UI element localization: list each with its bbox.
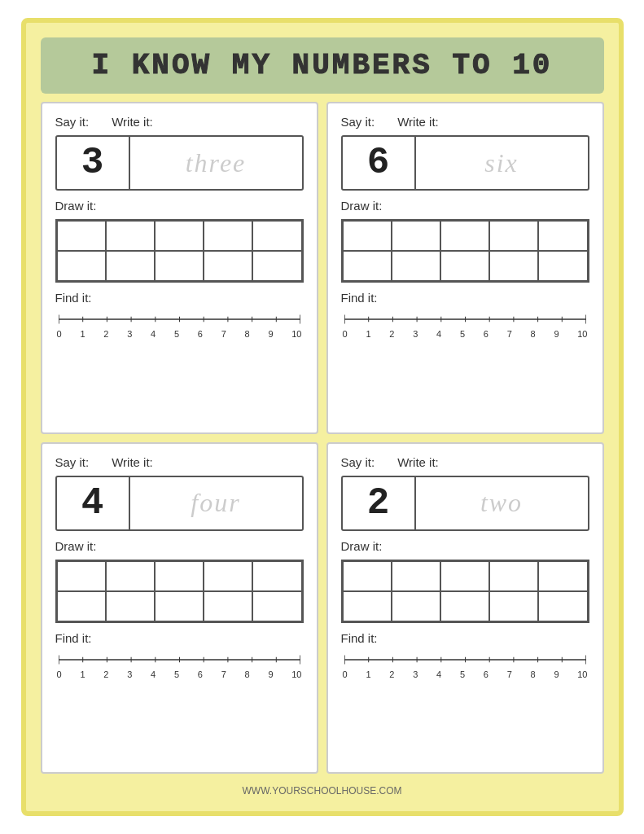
write-cell-4[interactable]: four [130, 477, 302, 529]
write-cell-6[interactable]: six [416, 137, 588, 189]
footer: WWW.YOURSCHOOLHOUSE.COM [41, 782, 604, 797]
number-line-labels-6: 012345678910 [341, 329, 589, 339]
write-label-4: Write it: [112, 455, 153, 469]
frame-cell [538, 221, 587, 251]
card-2: Say it: Write it: 2 two Draw it: Find i [326, 442, 604, 775]
frame-cell [392, 561, 440, 591]
number-line-4: 012345678910 [55, 652, 304, 679]
frame-cell [252, 221, 301, 251]
write-cell-3[interactable]: three [130, 137, 302, 189]
say-label-3: Say it: [55, 115, 90, 129]
say-label-4: Say it: [55, 455, 90, 469]
number-line-labels-2: 012345678910 [341, 669, 589, 679]
frame-cell [392, 591, 440, 621]
ten-frame-2 [341, 560, 589, 623]
number-line-svg-6 [344, 311, 586, 327]
worksheet-page: I KNOW MY NUMBERS TO 10 Say it: Write it… [21, 18, 624, 816]
frame-cell [538, 561, 587, 591]
frame-cell [252, 251, 301, 281]
frame-cell [106, 221, 155, 251]
draw-label-3: Draw it: [55, 199, 304, 213]
number-write-box-4: 4 four [55, 476, 304, 531]
find-label-6: Find it: [341, 291, 589, 305]
frame-cell [155, 251, 204, 281]
frame-cell [57, 561, 106, 591]
find-label-2: Find it: [341, 631, 589, 645]
cards-grid: Say it: Write it: 3 three Draw it: Find [41, 102, 604, 774]
card-6: Say it: Write it: 6 six Draw it: Find i [326, 102, 604, 434]
frame-cell [155, 561, 204, 591]
draw-label-4: Draw it: [55, 539, 304, 553]
number-write-box-3: 3 three [55, 135, 304, 191]
frame-cell [489, 591, 538, 621]
frame-cell [440, 221, 489, 251]
number-display-3: 3 [57, 137, 130, 189]
frame-cell [440, 251, 489, 281]
number-line-svg-3 [59, 311, 300, 327]
card-3: Say it: Write it: 3 three Draw it: Find [41, 102, 318, 434]
frame-cell [204, 251, 252, 281]
frame-cell [204, 561, 252, 591]
frame-cell [343, 221, 392, 251]
frame-cell [252, 561, 301, 591]
frame-cell [538, 251, 587, 281]
frame-cell [489, 251, 538, 281]
frame-cell [155, 591, 204, 621]
ten-frame-3 [55, 219, 304, 283]
number-line-labels-4: 012345678910 [55, 669, 304, 679]
number-line-2: 012345678910 [341, 652, 589, 679]
find-label-3: Find it: [55, 291, 304, 305]
frame-cell [155, 221, 204, 251]
say-write-row-2: Say it: Write it: [341, 455, 589, 469]
frame-cell [392, 221, 440, 251]
number-display-6: 6 [343, 137, 416, 189]
frame-cell [57, 251, 106, 281]
number-line-labels-3: 012345678910 [55, 329, 304, 339]
number-display-4: 4 [57, 477, 130, 529]
ten-frame-4 [55, 560, 304, 623]
draw-label-6: Draw it: [341, 199, 589, 213]
frame-cell [440, 591, 489, 621]
page-title: I KNOW MY NUMBERS TO 10 [49, 49, 596, 82]
number-write-box-6: 6 six [341, 135, 589, 191]
number-line-svg-4 [59, 652, 300, 668]
write-label-6: Write it: [397, 115, 439, 129]
frame-cell [489, 221, 538, 251]
title-bar: I KNOW MY NUMBERS TO 10 [41, 37, 604, 94]
frame-cell [489, 561, 538, 591]
frame-cell [343, 251, 392, 281]
frame-cell [57, 591, 106, 621]
write-label-2: Write it: [397, 455, 439, 469]
draw-label-2: Draw it: [341, 539, 589, 553]
number-line-6: 012345678910 [341, 311, 589, 339]
frame-cell [343, 561, 392, 591]
frame-cell [106, 251, 155, 281]
frame-cell [538, 591, 587, 621]
frame-cell [106, 561, 155, 591]
frame-cell [106, 591, 155, 621]
number-line-svg-2 [344, 652, 586, 668]
frame-cell [204, 221, 252, 251]
say-write-row-6: Say it: Write it: [341, 115, 589, 129]
say-write-row-3: Say it: Write it: [55, 115, 304, 129]
footer-url: WWW.YOURSCHOOLHOUSE.COM [242, 785, 401, 797]
frame-cell [343, 591, 392, 621]
card-4: Say it: Write it: 4 four Draw it: Find [41, 442, 318, 775]
say-write-row-4: Say it: Write it: [55, 455, 304, 469]
write-label-3: Write it: [112, 115, 153, 129]
frame-cell [204, 591, 252, 621]
frame-cell [57, 221, 106, 251]
number-line-3: 012345678910 [55, 311, 304, 339]
frame-cell [252, 591, 301, 621]
frame-cell [392, 251, 440, 281]
say-label-2: Say it: [341, 455, 375, 469]
write-cell-2[interactable]: two [416, 477, 588, 529]
frame-cell [440, 561, 489, 591]
find-label-4: Find it: [55, 631, 304, 645]
number-write-box-2: 2 two [341, 476, 589, 531]
number-display-2: 2 [343, 477, 416, 529]
ten-frame-6 [341, 219, 589, 283]
say-label-6: Say it: [341, 115, 375, 129]
